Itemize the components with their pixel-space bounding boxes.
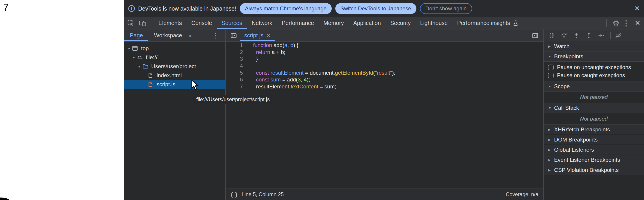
toolbar-right-controls: ⚙ ⋮ ✕ <box>604 17 644 29</box>
checkbox-icon[interactable] <box>548 65 554 70</box>
pause-uncaught-exceptions-row[interactable]: Pause on uncaught exceptions <box>544 63 644 71</box>
section-dom-breakpoints[interactable]: ▶ DOM Breakpoints <box>544 135 644 145</box>
collapse-arrow-icon[interactable]: ▶ <box>548 168 554 172</box>
navigator-tab-page[interactable]: Page <box>124 29 148 41</box>
section-xhr-breakpoints[interactable]: ▶ XHR/fetch Breakpoints <box>544 125 644 135</box>
expand-arrow-icon[interactable]: ▼ <box>126 47 132 50</box>
infobar-close-icon[interactable]: ✕ <box>634 5 640 12</box>
settings-gear-icon[interactable]: ⚙ <box>612 19 619 27</box>
section-breakpoints[interactable]: ▼ Breakpoints <box>544 51 644 62</box>
collapse-arrow-icon[interactable]: ▶ <box>548 138 554 142</box>
tab-performance-insights[interactable]: Performance insights <box>452 17 524 29</box>
breakpoints-body: Pause on uncaught exceptions Pause on ca… <box>544 62 644 81</box>
collapse-arrow-icon[interactable]: ▶ <box>548 148 554 152</box>
line-number[interactable]: 2 <box>226 49 251 56</box>
navigator-tab-workspace[interactable]: Workspace <box>148 29 187 41</box>
section-global-listeners[interactable]: ▶ Global Listeners <box>544 145 644 155</box>
collapse-arrow-icon[interactable]: ▼ <box>548 55 554 58</box>
pause-caught-exceptions-row[interactable]: Pause on caught exceptions <box>544 71 644 79</box>
code-line[interactable]: 1function add(a, b) { <box>226 42 543 49</box>
code-line[interactable]: 6 const sum = add(3, 4); <box>226 76 543 83</box>
flask-icon <box>512 20 519 26</box>
checkbox-icon[interactable] <box>548 73 554 78</box>
deactivate-breakpoints-icon[interactable] <box>615 32 622 39</box>
step-icon[interactable] <box>598 32 604 39</box>
code-text[interactable]: function add(a, b) { <box>251 42 298 48</box>
expand-arrow-icon[interactable]: ▼ <box>131 56 136 59</box>
code-line[interactable]: 4 <box>226 62 543 69</box>
pretty-print-icon[interactable]: { } <box>231 192 238 198</box>
coverage-status: Coverage: n/a <box>506 192 538 198</box>
tree-row-project-folder[interactable]: ▼ Users/user/project <box>124 62 225 71</box>
tree-row-label: Users/user/project <box>151 63 196 69</box>
collapse-arrow-icon[interactable]: ▶ <box>548 158 554 162</box>
step-over-icon[interactable] <box>561 32 568 39</box>
line-number[interactable]: 3 <box>226 56 251 62</box>
section-csp-violation-breakpoints[interactable]: ▶ CSP Violation Breakpoints <box>544 165 644 175</box>
pause-script-icon[interactable] <box>548 32 555 39</box>
sources-panel: Page Workspace » ⋮ ▼ top ▼ <box>124 29 644 200</box>
code-editor[interactable]: 1function add(a, b) {2 return a + b;3 }4… <box>226 42 543 189</box>
editor-tab-close-icon[interactable]: × <box>267 32 270 39</box>
folder-icon <box>142 63 149 69</box>
expand-arrow-icon[interactable]: ▼ <box>136 65 142 68</box>
tree-row-top[interactable]: ▼ top <box>124 44 225 53</box>
line-number[interactable]: 1 <box>226 42 251 49</box>
more-tabs-icon[interactable]: » <box>188 32 192 39</box>
editor-status-bar: { } Line 5, Column 25 Coverage: n/a <box>226 189 543 200</box>
tree-row-script-js[interactable]: script.js <box>124 80 225 89</box>
line-number[interactable]: 6 <box>226 76 251 83</box>
code-text[interactable]: return a + b; <box>251 49 285 55</box>
line-number[interactable]: 4 <box>226 62 251 69</box>
tab-security[interactable]: Security <box>386 17 415 29</box>
step-into-icon[interactable] <box>573 32 580 39</box>
tree-row-file-scheme[interactable]: ▼ file:// <box>124 53 225 62</box>
page-content-text: 7 <box>3 2 8 13</box>
editor-tab-script-js[interactable]: script.js × <box>240 29 275 41</box>
tab-application[interactable]: Application <box>348 17 386 29</box>
code-text[interactable]: const resultElement = document.getElemen… <box>251 70 395 76</box>
navigator-menu-icon[interactable]: ⋮ <box>212 31 219 39</box>
section-watch[interactable]: ▶ Watch <box>544 41 644 51</box>
line-number[interactable]: 7 <box>226 83 251 90</box>
code-line[interactable]: 2 return a + b; <box>226 49 543 56</box>
code-line[interactable]: 7 resultElement.textContent = sum; <box>226 83 543 90</box>
tab-elements[interactable]: Elements <box>154 17 186 29</box>
section-event-listener-breakpoints[interactable]: ▶ Event Listener Breakpoints <box>544 155 644 165</box>
tab-performance[interactable]: Performance <box>277 17 318 29</box>
tab-sources[interactable]: Sources <box>217 17 247 29</box>
tab-memory[interactable]: Memory <box>318 17 348 29</box>
collapse-arrow-icon[interactable]: ▶ <box>548 44 554 48</box>
collapse-arrow-icon[interactable]: ▼ <box>548 106 554 110</box>
section-scope[interactable]: ▼ Scope <box>544 81 644 92</box>
collapse-arrow-icon[interactable]: ▼ <box>548 85 554 88</box>
switch-devtools-japanese-button[interactable]: Switch DevTools to Japanese <box>335 3 416 14</box>
code-line[interactable]: 3 } <box>226 56 543 62</box>
tree-row-index-html[interactable]: index.html <box>124 71 225 80</box>
more-options-icon[interactable]: ⋮ <box>622 19 630 27</box>
always-match-language-button[interactable]: Always match Chrome's language <box>240 3 332 14</box>
tab-console[interactable]: Console <box>186 17 217 29</box>
devtools-panel: DevTools is now available in Japanese! A… <box>124 0 644 200</box>
devtools-main-toolbar: Elements Console Sources Network Perform… <box>124 17 644 29</box>
toggle-navigator-panel-icon[interactable] <box>230 31 238 40</box>
editor-tab-label: script.js <box>244 32 264 39</box>
section-call-stack[interactable]: ▼ Call Stack <box>544 103 644 113</box>
inspect-element-icon[interactable] <box>126 19 135 28</box>
device-toolbar-icon[interactable] <box>138 19 147 28</box>
toggle-debugger-panel-icon[interactable] <box>531 31 539 40</box>
devtools-close-icon[interactable]: ✕ <box>635 20 640 26</box>
code-line[interactable]: 5 const resultElement = document.getElem… <box>226 69 543 76</box>
tab-network[interactable]: Network <box>247 17 277 29</box>
line-number[interactable]: 5 <box>226 69 251 76</box>
code-text[interactable]: const sum = add(3, 4); <box>251 76 310 83</box>
collapse-arrow-icon[interactable]: ▶ <box>548 128 554 131</box>
file-icon <box>147 72 154 78</box>
code-text[interactable]: } <box>251 56 258 62</box>
step-out-icon[interactable] <box>586 32 592 39</box>
code-text[interactable]: resultElement.textContent = sum; <box>251 83 336 90</box>
tab-lighthouse[interactable]: Lighthouse <box>415 17 452 29</box>
file-js-icon <box>147 81 154 87</box>
dont-show-again-button[interactable]: Don't show again <box>420 3 472 14</box>
cursor-position-text: Line 5, Column 25 <box>242 192 284 198</box>
